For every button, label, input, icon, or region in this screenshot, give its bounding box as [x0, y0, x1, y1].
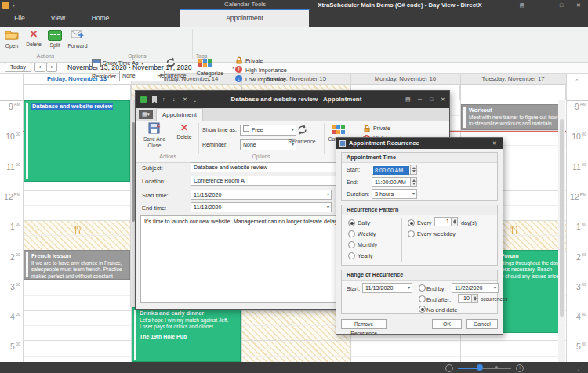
- app-icon[interactable]: [2, 2, 9, 9]
- next-day-button[interactable]: ›: [46, 63, 57, 72]
- zoom-out-icon[interactable]: −: [445, 364, 453, 372]
- window-titlebar: ▾ Calendar Tools XtraScheduler Main Demo…: [0, 0, 588, 10]
- appointment-doc-icon[interactable]: [140, 96, 147, 103]
- private-button[interactable]: Private: [373, 125, 390, 131]
- down-arrow-icon[interactable]: ↓: [172, 96, 176, 103]
- maximize-button[interactable]: □: [557, 2, 566, 9]
- ribbon-options-button[interactable]: ▤: [517, 2, 527, 9]
- time-label-right: 1000: [568, 132, 586, 141]
- time-label-right: 200: [568, 252, 586, 262]
- close-button[interactable]: ✕: [574, 2, 583, 9]
- dialog-tab-row: ▦▾ Appointment: [136, 108, 449, 121]
- event-french-lesson[interactable]: French lessonIf we are to have any chanc…: [24, 250, 130, 280]
- event-workout[interactable]: WorkoutMeet with new trainer to figure o…: [461, 104, 564, 130]
- high-importance-button[interactable]: High Importance: [245, 67, 287, 74]
- end-by-date-combo[interactable]: 11/22/2020▾: [452, 283, 499, 293]
- private-button[interactable]: Private: [245, 57, 263, 64]
- close-button[interactable]: ✕: [492, 139, 497, 147]
- occurrences-field[interactable]: 10: [458, 294, 478, 303]
- recurrence-button[interactable]: Recurrence: [154, 72, 189, 79]
- delete-x-icon: ✕: [24, 29, 44, 40]
- save-and-close-button[interactable]: ✕ Save And Close: [139, 122, 170, 148]
- no-end-date-radio[interactable]: [419, 306, 426, 313]
- forward-button[interactable]: Forward: [66, 29, 89, 49]
- range-of-recurrence-header: Range of Recurrence: [342, 270, 497, 281]
- bookmark-icon[interactable]: [151, 96, 158, 103]
- private-lock-icon: [235, 56, 243, 64]
- every-n-field[interactable]: 1: [434, 217, 458, 226]
- day-header-5[interactable]: Tuesday, November 17: [460, 73, 567, 85]
- chevron-down-icon[interactable]: ⌄: [193, 96, 197, 104]
- recurrence-start-time-field[interactable]: 8:00:00 AM: [372, 165, 417, 175]
- number-spinner[interactable]: [471, 295, 477, 302]
- weekly-radio[interactable]: [348, 230, 355, 237]
- tab-file[interactable]: File: [8, 10, 31, 27]
- event-drinks-dinner[interactable]: Drinks and early dinnerLet's hope I win …: [132, 307, 241, 362]
- zoom-in-icon[interactable]: +: [516, 364, 524, 372]
- recurrence-dialog-icon: [339, 140, 346, 147]
- delete-button[interactable]: ✕ Delete: [173, 122, 195, 139]
- time-label-right: 400: [568, 312, 586, 321]
- collapse-ribbon-icon[interactable]: ⌃: [575, 78, 579, 85]
- recurrence-pattern-group: Recurrence Pattern Daily Weekly Monthly …: [341, 205, 498, 266]
- maximize-button[interactable]: □: [430, 96, 433, 103]
- tab-appointment[interactable]: Appointment: [180, 10, 309, 27]
- monthly-radio[interactable]: [348, 241, 355, 248]
- end-date-field[interactable]: 11/13/2020▾: [191, 202, 332, 212]
- subject-label: Subject:: [142, 165, 163, 172]
- time-spinner[interactable]: [410, 178, 416, 186]
- zoom-slider-thumb[interactable]: [477, 364, 483, 371]
- every-n-days-radio[interactable]: [408, 219, 415, 226]
- ok-button[interactable]: OK: [432, 319, 462, 329]
- end-by-radio[interactable]: [419, 284, 426, 292]
- range-start-combo[interactable]: 11/13/2020▾: [362, 283, 412, 293]
- resize-grip-icon[interactable]: ⋰: [577, 364, 584, 371]
- time-label-right: 1100: [568, 162, 586, 172]
- minimize-button[interactable]: ─: [418, 96, 422, 103]
- split-button[interactable]: Split: [45, 29, 64, 48]
- duration-label: Duration:: [347, 190, 369, 197]
- yearly-radio[interactable]: [348, 252, 355, 259]
- up-arrow-icon[interactable]: ↑: [162, 96, 165, 103]
- prev-day-button[interactable]: ‹: [34, 63, 45, 72]
- cancel-button[interactable]: Cancel: [466, 319, 498, 329]
- quick-access-dropdown-icon[interactable]: ▾: [13, 2, 15, 8]
- daily-radio[interactable]: [348, 219, 355, 226]
- all-day-cell[interactable]: [460, 85, 566, 100]
- day-header-4[interactable]: Monday, November 16: [350, 73, 461, 85]
- show-time-as-button[interactable]: Show Time As: [103, 60, 139, 67]
- remove-recurrence-button[interactable]: Remove Recurrence: [341, 319, 387, 329]
- tab-home[interactable]: Home: [85, 10, 116, 27]
- tab-appointment[interactable]: Appointment: [156, 108, 203, 121]
- scrollbar-thumb[interactable]: [560, 119, 564, 317]
- time-label-left: 1000: [2, 132, 20, 141]
- end-after-radio[interactable]: [419, 295, 426, 302]
- appointment-time-header: Appointment Time: [342, 153, 497, 163]
- start-date-field[interactable]: 11/13/2020▾: [191, 190, 332, 200]
- app-menu-button[interactable]: ▦▾: [139, 110, 153, 119]
- all-day-cell[interactable]: [23, 85, 131, 100]
- today-button[interactable]: Today: [5, 63, 31, 72]
- close-x-icon[interactable]: ✕: [183, 96, 187, 103]
- start-time-label: Start time:: [142, 192, 169, 199]
- show-time-as-combo[interactable]: Free▾: [240, 125, 296, 136]
- minimize-button[interactable]: ─: [541, 2, 550, 9]
- chevron-down-icon[interactable]: ▾: [232, 64, 234, 70]
- recurrence-button[interactable]: Recurrence: [285, 139, 319, 144]
- ribbon-options-button[interactable]: ▤: [405, 96, 411, 103]
- categorize-button[interactable]: Categorize: [194, 70, 227, 77]
- vertical-scrollbar-right[interactable]: [558, 100, 565, 362]
- location-label: Location:: [142, 178, 165, 185]
- duration-combo[interactable]: 3 hours▾: [372, 189, 417, 199]
- delete-button[interactable]: ✕ Delete: [24, 29, 44, 47]
- recurrence-end-time-field[interactable]: 11:00:00 AM: [372, 177, 417, 187]
- time-spinner[interactable]: [410, 165, 416, 174]
- close-button[interactable]: ✕: [441, 96, 445, 103]
- reminder-label: Reminder: [92, 73, 116, 80]
- event-database-review[interactable]: Database and website review: [24, 100, 130, 182]
- open-button[interactable]: Open: [2, 29, 22, 49]
- tab-view[interactable]: View: [44, 10, 72, 27]
- number-spinner[interactable]: [451, 218, 457, 226]
- low-importance-button[interactable]: Low Importance: [245, 76, 285, 83]
- every-weekday-radio[interactable]: [408, 230, 415, 237]
